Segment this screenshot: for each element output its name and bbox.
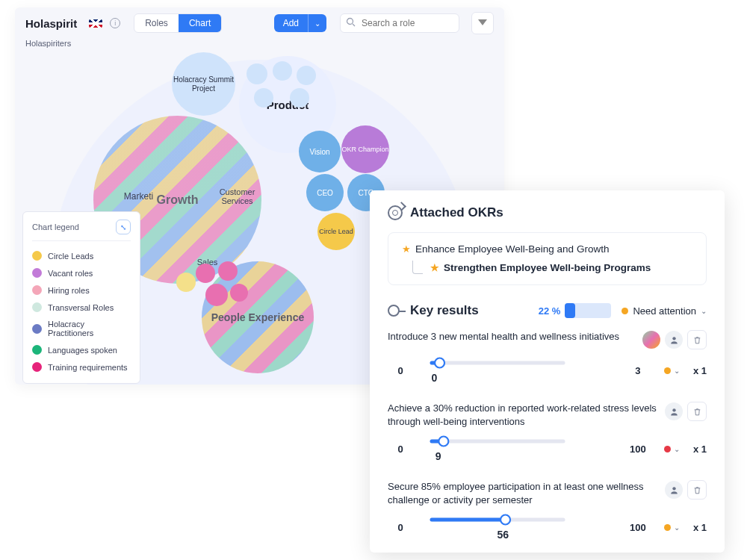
svg-point-2 <box>672 337 675 340</box>
delete-button[interactable] <box>687 480 707 500</box>
legend-swatch <box>32 285 42 295</box>
kr-title: Key results <box>410 303 528 318</box>
legend-item-label: Holacracy Practitioners <box>48 320 131 337</box>
okr-parent-node[interactable]: ★ Enhance Employee Well-Being and Growth <box>402 243 692 255</box>
legend-item[interactable]: Hiring roles <box>32 281 131 299</box>
circle-people-exp-label: People Experience <box>211 311 305 323</box>
legend-item[interactable]: Circle Leads <box>32 247 131 264</box>
kr-current: 56 <box>498 529 683 541</box>
pe-sub-5[interactable] <box>230 284 248 302</box>
circle-ceo[interactable]: CEO <box>306 174 344 211</box>
legend-item[interactable]: Training requirements <box>32 358 131 376</box>
kr-multiplier: x 1 <box>693 522 707 533</box>
product-sub-2[interactable] <box>273 61 292 81</box>
overall-progress: 22 % <box>539 303 612 318</box>
kr-item: Achieve a 30% reduction in reported work… <box>388 402 707 462</box>
add-dropdown[interactable]: ⌄ <box>308 14 326 32</box>
legend-swatch <box>32 345 42 355</box>
key-icon <box>388 305 400 317</box>
circle-okr-champion[interactable]: OKR Champion <box>341 125 389 173</box>
svg-line-1 <box>353 24 355 26</box>
tab-chart[interactable]: Chart <box>179 14 221 32</box>
svg-point-13 <box>500 515 510 525</box>
kr-item: Secure 85% employee participation in at … <box>388 480 707 541</box>
kr-min: 0 <box>388 522 413 533</box>
legend-item-label: Languages spoken <box>48 346 117 355</box>
kr-min: 0 <box>388 365 413 376</box>
svg-point-6 <box>672 408 675 411</box>
search-input[interactable] <box>340 13 459 33</box>
product-sub-3[interactable] <box>297 66 316 85</box>
chevron-down-icon: ⌄ <box>674 367 680 375</box>
app-header: Holaspirit i Roles Chart Add ⌄ <box>15 7 504 39</box>
kr-slider[interactable]: 56 <box>427 514 612 541</box>
kr-slider[interactable]: 0 <box>427 357 612 384</box>
chevron-down-icon: ⌄ <box>674 445 680 453</box>
pe-sub-4[interactable] <box>205 284 228 306</box>
kr-actions <box>665 480 707 500</box>
view-tabs: Roles Chart <box>134 13 222 33</box>
add-button-group: Add ⌄ <box>274 14 326 32</box>
tab-roles[interactable]: Roles <box>134 14 179 32</box>
circle-circle-lead[interactable]: Circle Lead <box>317 213 355 250</box>
status-dot-icon <box>664 446 671 452</box>
legend-title: Chart legend <box>32 223 79 231</box>
search-icon <box>346 17 356 27</box>
overall-progress-bar <box>565 303 611 318</box>
product-sub-1[interactable] <box>247 63 267 84</box>
kr-actions <box>665 402 707 421</box>
assign-user-button[interactable] <box>665 331 683 349</box>
legend-item[interactable]: Transversal Roles <box>32 299 131 316</box>
add-button[interactable]: Add <box>274 14 308 32</box>
pe-sub-3[interactable] <box>218 261 238 281</box>
app-title: Holaspirit <box>25 17 77 30</box>
breadcrumb[interactable]: Holaspiriters <box>15 39 504 51</box>
delete-button[interactable] <box>687 330 707 349</box>
kr-current: 0 <box>432 372 617 384</box>
kr-header: Key results 22 % Need attention ⌄ <box>388 303 707 318</box>
delete-button[interactable] <box>687 402 707 421</box>
kr-status-dropdown[interactable]: ⌄ <box>664 445 680 453</box>
legend-swatch <box>32 302 42 312</box>
svg-point-10 <box>672 487 675 490</box>
overall-progress-pct: 22 % <box>539 305 561 317</box>
okr-panel: Attached OKRs ★ Enhance Employee Well-Be… <box>370 190 725 553</box>
kr-status-dropdown[interactable]: ⌄ <box>664 367 680 375</box>
pe-sub-2[interactable] <box>196 264 215 283</box>
search-box <box>340 13 459 33</box>
kr-slider[interactable]: 9 <box>427 435 612 462</box>
kr-actions <box>642 330 707 349</box>
info-icon[interactable]: i <box>110 18 120 28</box>
pe-sub-1[interactable] <box>176 273 196 292</box>
avatar[interactable] <box>642 331 660 349</box>
kr-text: Secure 85% employee participation in at … <box>388 480 657 506</box>
kr-max: 100 <box>625 444 651 455</box>
okr-parent-label: Enhance Employee Well-Being and Growth <box>415 243 609 255</box>
legend-collapse-button[interactable]: ⤡ <box>116 220 131 234</box>
legend-swatch <box>32 324 42 334</box>
legend-item[interactable]: Languages spoken <box>32 341 131 358</box>
product-sub-5[interactable] <box>290 88 309 108</box>
okr-child-label: Strengthen Employee Well-being Programs <box>444 262 651 273</box>
status-dropdown[interactable]: Need attention ⌄ <box>622 305 707 317</box>
kr-min: 0 <box>388 444 413 455</box>
product-sub-4[interactable] <box>254 88 273 108</box>
filter-button[interactable] <box>471 12 494 34</box>
okr-child-node[interactable]: ★ Strengthen Employee Well-being Program… <box>412 261 692 274</box>
legend-item-label: Transversal Roles <box>48 303 114 312</box>
tree-bend-icon <box>412 261 423 274</box>
assign-user-button[interactable] <box>665 402 683 420</box>
star-icon: ★ <box>430 262 439 273</box>
circle-vision[interactable]: Vision <box>299 131 341 172</box>
legend-panel: Chart legend ⤡ Circle LeadsVacant rolesH… <box>22 211 140 384</box>
circle-customer-services[interactable]: Customer Services <box>205 164 269 228</box>
okr-tree: ★ Enhance Employee Well-Being and Growth… <box>388 232 707 285</box>
legend-item[interactable]: Holacracy Practitioners <box>32 316 131 341</box>
kr-multiplier: x 1 <box>693 365 707 376</box>
legend-item-label: Hiring roles <box>48 286 90 295</box>
circle-holacracy-summit[interactable]: Holacracy Summit Project <box>172 52 235 116</box>
legend-item[interactable]: Vacant roles <box>32 264 131 281</box>
circle-people-experience[interactable]: People Experience <box>202 261 314 373</box>
assign-user-button[interactable] <box>665 481 683 499</box>
target-icon <box>388 205 403 220</box>
